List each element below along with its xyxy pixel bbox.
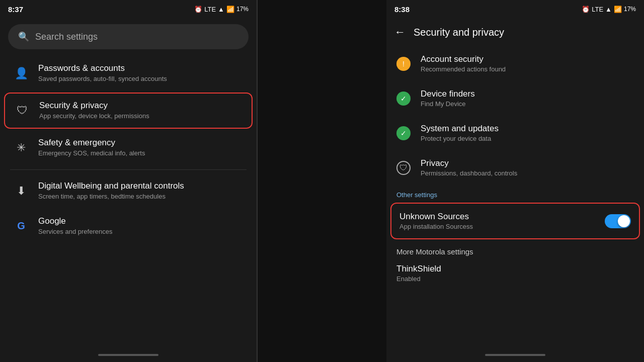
lte-icon: LTE <box>204 6 216 13</box>
sidebar-item-google[interactable]: G Google Services and preferences <box>4 209 253 243</box>
system-text: System and updates Protect your device d… <box>421 124 499 142</box>
home-indicator-right <box>485 354 545 356</box>
security-title: Security & privacy <box>39 101 149 111</box>
wifi-icon-right: ▲ <box>605 6 612 13</box>
privacy-subtitle: Permissions, dashboard, controls <box>421 169 517 177</box>
account-text: Account security Recommended actions fou… <box>421 54 506 73</box>
security-list: ! Account security Recommended actions f… <box>386 46 644 350</box>
signal-icon-right: 📶 <box>614 6 622 13</box>
unknown-sources-subtitle: App installation Sourcess <box>399 223 599 230</box>
security-text: Security & privacy App security, device … <box>39 101 149 121</box>
thinkshield-subtitle: Enabled <box>396 275 634 283</box>
bottom-indicator-right <box>386 350 644 362</box>
battery-right: 17% <box>624 6 636 13</box>
digital-text: Digital Wellbeing and parental controls … <box>38 181 184 201</box>
google-icon: G <box>14 220 28 232</box>
thinkshield-item[interactable]: ThinkShield Enabled <box>386 258 644 289</box>
right-phone: 8:38 ⏰ LTE ▲ 📶 17% ← Security and privac… <box>386 0 644 362</box>
unknown-sources-toggle[interactable] <box>605 214 631 228</box>
account-subtitle: Recommended actions found <box>421 65 506 73</box>
home-indicator-left <box>98 354 158 356</box>
search-bar[interactable]: 🔍 Search settings <box>8 24 249 49</box>
safety-text: Safety & emergency Emergency SOS, medica… <box>38 138 145 158</box>
toggle-knob <box>618 215 630 227</box>
shield-icon: 🛡 <box>396 161 411 175</box>
bottom-indicator-left <box>0 350 257 362</box>
alarm-icon-right: ⏰ <box>582 6 590 13</box>
status-icons-left: ⏰ LTE ▲ 📶 17% <box>194 6 249 13</box>
digital-icon: ⬇ <box>14 185 28 198</box>
sidebar-item-security[interactable]: 🛡 Security & privacy App security, devic… <box>4 93 253 129</box>
passwords-text: Passwords & accounts Saved passwords, au… <box>38 63 167 83</box>
privacy-title: Privacy <box>421 158 517 168</box>
search-input[interactable]: Search settings <box>35 32 98 42</box>
security-item-account[interactable]: ! Account security Recommended actions f… <box>386 46 644 81</box>
alarm-icon: ⏰ <box>194 6 202 13</box>
security-subtitle: App security, device lock, permissions <box>39 112 149 121</box>
settings-list: 👤 Passwords & accounts Saved passwords, … <box>0 55 257 350</box>
search-icon: 🔍 <box>18 31 29 42</box>
unknown-sources-text: Unknown Sources App installation Sources… <box>399 212 599 230</box>
other-settings-label: Other settings <box>386 185 644 201</box>
back-button[interactable]: ← <box>394 26 406 39</box>
passwords-icon: 👤 <box>14 67 28 80</box>
device-finders-title: Device finders <box>421 89 475 99</box>
divider-1 <box>10 169 247 170</box>
safety-subtitle: Emergency SOS, medical info, alerts <box>38 149 145 158</box>
check-icon-1: ✓ <box>396 92 411 106</box>
status-bar-left: 8:37 ⏰ LTE ▲ 📶 17% <box>0 0 257 18</box>
google-subtitle: Services and preferences <box>38 227 112 236</box>
sidebar-item-passwords[interactable]: 👤 Passwords & accounts Saved passwords, … <box>4 56 253 90</box>
safety-icon: ✳ <box>14 141 28 154</box>
system-title: System and updates <box>421 124 499 134</box>
warning-icon: ! <box>396 57 411 71</box>
check-icon-2: ✓ <box>396 126 411 140</box>
more-motorola-label: More Motorola settings <box>386 241 644 258</box>
unknown-sources-wrapper: Unknown Sources App installation Sources… <box>390 203 640 239</box>
page-title: Security and privacy <box>414 27 504 38</box>
google-title: Google <box>38 216 112 226</box>
security-item-privacy[interactable]: 🛡 Privacy Permissions, dashboard, contro… <box>386 150 644 185</box>
sidebar-item-digital[interactable]: ⬇ Digital Wellbeing and parental control… <box>4 174 253 208</box>
security-item-device-finders[interactable]: ✓ Device finders Find My Device <box>386 81 644 116</box>
device-finders-subtitle: Find My Device <box>421 100 475 108</box>
status-time-left: 8:37 <box>8 5 194 14</box>
passwords-subtitle: Saved passwords, auto-fill, synced accou… <box>38 74 167 83</box>
unknown-sources-item[interactable]: Unknown Sources App installation Sources… <box>391 204 639 238</box>
signal-icon: 📶 <box>226 6 234 13</box>
status-bar-right: 8:38 ⏰ LTE ▲ 📶 17% <box>386 0 644 18</box>
gap <box>258 0 386 362</box>
google-text: Google Services and preferences <box>38 216 112 236</box>
safety-title: Safety & emergency <box>38 138 145 148</box>
security-icon: 🛡 <box>15 104 29 117</box>
status-time-right: 8:38 <box>394 5 582 14</box>
digital-subtitle: Screen time, app timers, bedtime schedul… <box>38 192 184 201</box>
top-bar: ← Security and privacy <box>386 18 644 46</box>
sidebar-item-safety[interactable]: ✳ Safety & emergency Emergency SOS, medi… <box>4 131 253 165</box>
status-icons-right: ⏰ LTE ▲ 📶 17% <box>582 6 636 13</box>
account-title: Account security <box>421 54 506 64</box>
passwords-title: Passwords & accounts <box>38 63 167 73</box>
battery-left: 17% <box>236 6 249 13</box>
unknown-sources-title: Unknown Sources <box>399 212 599 222</box>
left-phone: 8:37 ⏰ LTE ▲ 📶 17% 🔍 Search settings 👤 P… <box>0 0 258 362</box>
system-subtitle: Protect your device data <box>421 135 499 142</box>
privacy-text: Privacy Permissions, dashboard, controls <box>421 158 517 177</box>
digital-title: Digital Wellbeing and parental controls <box>38 181 184 191</box>
security-item-system[interactable]: ✓ System and updates Protect your device… <box>386 116 644 150</box>
device-finders-text: Device finders Find My Device <box>421 89 475 108</box>
lte-icon-right: LTE <box>592 6 603 13</box>
thinkshield-title: ThinkShield <box>396 264 634 274</box>
wifi-icon: ▲ <box>218 6 224 13</box>
